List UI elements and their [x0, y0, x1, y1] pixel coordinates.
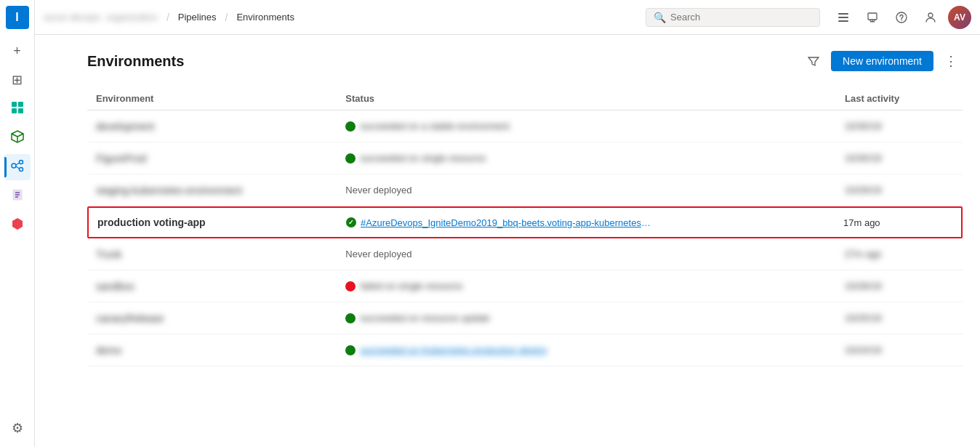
table-row[interactable]: Trunk Never deployed 27m ago: [87, 238, 963, 270]
env-activity: 10/24/19: [845, 345, 954, 355]
table-row-highlighted[interactable]: production voting-app ✓ #AzureDevops_Ign…: [87, 206, 963, 238]
notifications-button[interactable]: [861, 6, 884, 29]
settings-icon: ⚙: [12, 420, 23, 436]
sidebar-logo[interactable]: I: [6, 6, 29, 29]
pipelines-icon: [11, 159, 24, 176]
env-activity: 10/30/19: [845, 121, 954, 132]
svg-point-4: [12, 164, 16, 168]
env-activity: 10/28/19: [845, 281, 954, 291]
svg-rect-0: [12, 102, 17, 107]
status-link[interactable]: succeeded on Kubernetes production deplo…: [360, 345, 547, 355]
table-row[interactable]: development succeeded on a stable enviro…: [87, 110, 963, 142]
search-input[interactable]: [670, 12, 812, 23]
table-header: Environment Status Last activity: [87, 87, 963, 110]
add-icon: +: [13, 44, 21, 59]
status-indicator: ✓: [346, 217, 356, 227]
svg-point-19: [901, 19, 902, 20]
sidebar-item-add[interactable]: +: [4, 38, 31, 64]
svg-rect-17: [870, 21, 875, 23]
col-status: Status: [345, 93, 845, 104]
status-indicator: [345, 281, 356, 291]
env-name: Trunk: [96, 249, 345, 260]
topbar-crumb-pipelines[interactable]: Pipelines: [178, 12, 217, 23]
table-row[interactable]: canaryRelease succeeded on resource upda…: [87, 302, 963, 334]
page-header: Environments New environment ⋮: [87, 49, 963, 73]
sidebar-item-overview[interactable]: ⊞: [4, 67, 31, 93]
topbar-sep1: /: [166, 12, 169, 23]
env-status: succeeded on a stable environment: [345, 121, 845, 132]
col-environment: Environment: [96, 93, 345, 104]
table-row[interactable]: FigureProd succeeded on single resource …: [87, 142, 963, 174]
svg-rect-15: [838, 20, 848, 22]
svg-line-7: [16, 163, 20, 165]
status-indicator: [345, 153, 356, 164]
testplans-icon: [11, 188, 24, 205]
env-activity: 17m ago: [843, 217, 952, 228]
svg-rect-3: [18, 108, 23, 113]
list-view-button[interactable]: [832, 6, 855, 29]
svg-point-20: [928, 13, 933, 17]
env-name: demo: [96, 345, 345, 356]
col-activity: Last activity: [845, 93, 954, 104]
svg-point-18: [896, 12, 907, 23]
table-row[interactable]: demo succeeded on Kubernetes production …: [87, 334, 963, 366]
table-row[interactable]: sandbox failed on single resource 10/28/…: [87, 270, 963, 302]
status-indicator: [345, 313, 356, 323]
svg-rect-13: [838, 13, 848, 15]
overview-icon: ⊞: [12, 72, 23, 88]
topbar-crumb-environments[interactable]: Environments: [236, 12, 294, 23]
topbar-brand2: organization: [106, 12, 158, 23]
account-button[interactable]: [919, 6, 942, 29]
sidebar-item-repos[interactable]: [4, 125, 31, 151]
environments-table: Environment Status Last activity develop…: [87, 87, 963, 366]
search-icon: 🔍: [654, 12, 666, 23]
topbar-brand1: azure devops: [44, 12, 100, 23]
page-title: Environments: [87, 53, 802, 70]
sidebar-item-testplans[interactable]: [4, 183, 31, 209]
env-status: succeeded on single resource: [345, 153, 845, 164]
svg-rect-14: [838, 17, 848, 18]
main-content: Environments New environment ⋮ Environme…: [70, 35, 980, 447]
status-link[interactable]: #AzureDevops_IgniteDemo2019_bbq-beets.vo…: [361, 217, 651, 228]
env-activity: 10/30/19: [845, 153, 954, 164]
svg-rect-16: [868, 13, 877, 20]
user-avatar[interactable]: AV: [948, 6, 971, 29]
env-status: succeeded on resource update: [345, 313, 845, 323]
topbar-sep2: /: [225, 12, 228, 23]
sidebar: I + ⊞: [0, 0, 35, 447]
artifacts-icon: [11, 217, 24, 234]
svg-rect-2: [12, 108, 17, 113]
repos-icon: [11, 130, 24, 147]
status-indicator: [345, 121, 356, 132]
search-box: 🔍: [646, 8, 820, 27]
svg-point-5: [19, 160, 23, 164]
env-name: development: [96, 121, 345, 132]
env-status: failed on single resource: [345, 281, 845, 291]
env-name: production voting-app: [97, 217, 346, 228]
more-options-button[interactable]: ⋮: [939, 49, 963, 73]
sidebar-item-pipelines[interactable]: [4, 154, 31, 180]
env-name: canaryRelease: [96, 313, 345, 324]
svg-rect-1: [18, 102, 23, 107]
topbar-actions: AV: [832, 6, 971, 29]
boards-icon: [11, 101, 24, 118]
env-status: ✓ #AzureDevops_IgniteDemo2019_bbq-beets.…: [346, 217, 843, 228]
sidebar-item-artifacts[interactable]: [4, 212, 31, 238]
svg-point-6: [19, 167, 23, 171]
svg-line-8: [16, 166, 20, 169]
env-name: FigureProd: [96, 153, 345, 164]
sidebar-item-boards[interactable]: [4, 96, 31, 122]
env-name: staging-kubernetes-environment: [96, 185, 345, 196]
table-row[interactable]: staging-kubernetes-environment Never dep…: [87, 174, 963, 206]
env-status: succeeded on Kubernetes production deplo…: [345, 345, 845, 355]
env-activity: 27m ago: [845, 249, 954, 259]
sidebar-item-settings[interactable]: ⚙: [4, 415, 31, 441]
env-name: sandbox: [96, 281, 345, 292]
help-button[interactable]: [890, 6, 913, 29]
page-header-actions: New environment ⋮: [802, 49, 963, 73]
status-indicator: [345, 345, 356, 355]
new-environment-button[interactable]: New environment: [831, 51, 933, 71]
env-activity: 10/25/19: [845, 313, 954, 323]
topbar: azure devops organization / Pipelines / …: [35, 0, 980, 35]
filter-button[interactable]: [802, 49, 825, 73]
